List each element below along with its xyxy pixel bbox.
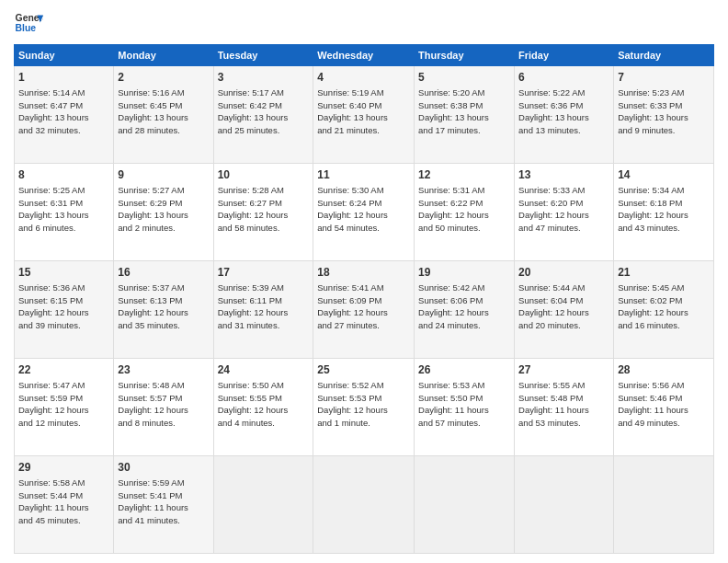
header-row: SundayMondayTuesdayWednesdayThursdayFrid… <box>15 45 714 66</box>
svg-text:Blue: Blue <box>16 23 37 33</box>
day-number: 23 <box>118 362 209 378</box>
day-number: 6 <box>518 70 609 86</box>
day-number: 8 <box>18 167 109 183</box>
calendar-cell: 14Sunrise: 5:34 AM Sunset: 6:18 PM Dayli… <box>614 164 714 261</box>
calendar-cell <box>213 456 313 554</box>
logo-icon: General Blue <box>14 9 43 39</box>
day-info: Sunrise: 5:25 AM Sunset: 6:31 PM Dayligh… <box>18 184 109 235</box>
calendar-cell: 7Sunrise: 5:23 AM Sunset: 6:33 PM Daylig… <box>614 66 714 164</box>
calendar-cell: 24Sunrise: 5:50 AM Sunset: 5:55 PM Dayli… <box>213 359 313 456</box>
logo: General Blue <box>14 9 43 39</box>
calendar-week-4: 22Sunrise: 5:47 AM Sunset: 5:59 PM Dayli… <box>15 359 714 456</box>
calendar-cell: 5Sunrise: 5:20 AM Sunset: 6:38 PM Daylig… <box>415 66 515 164</box>
day-number: 19 <box>418 265 510 281</box>
day-info: Sunrise: 5:39 AM Sunset: 6:11 PM Dayligh… <box>218 282 310 332</box>
day-info: Sunrise: 5:52 AM Sunset: 5:53 PM Dayligh… <box>317 379 410 430</box>
calendar-cell <box>313 456 415 554</box>
calendar-cell: 25Sunrise: 5:52 AM Sunset: 5:53 PM Dayli… <box>313 359 415 456</box>
day-info: Sunrise: 5:28 AM Sunset: 6:27 PM Dayligh… <box>218 184 310 235</box>
day-number: 1 <box>18 70 109 86</box>
calendar-cell: 28Sunrise: 5:56 AM Sunset: 5:46 PM Dayli… <box>614 359 714 456</box>
calendar-cell: 13Sunrise: 5:33 AM Sunset: 6:20 PM Dayli… <box>515 164 614 261</box>
calendar-week-5: 29Sunrise: 5:58 AM Sunset: 5:44 PM Dayli… <box>15 456 714 554</box>
calendar-cell: 27Sunrise: 5:55 AM Sunset: 5:48 PM Dayli… <box>515 359 614 456</box>
day-info: Sunrise: 5:53 AM Sunset: 5:50 PM Dayligh… <box>418 379 510 430</box>
calendar-cell: 21Sunrise: 5:45 AM Sunset: 6:02 PM Dayli… <box>614 261 714 359</box>
day-header-monday: Monday <box>114 45 213 66</box>
day-info: Sunrise: 5:33 AM Sunset: 6:20 PM Dayligh… <box>518 184 609 235</box>
day-info: Sunrise: 5:48 AM Sunset: 5:57 PM Dayligh… <box>118 379 209 430</box>
day-number: 2 <box>118 70 209 86</box>
calendar-cell: 8Sunrise: 5:25 AM Sunset: 6:31 PM Daylig… <box>15 164 114 261</box>
calendar-cell: 26Sunrise: 5:53 AM Sunset: 5:50 PM Dayli… <box>415 359 515 456</box>
calendar-cell <box>614 456 714 554</box>
calendar-cell: 4Sunrise: 5:19 AM Sunset: 6:40 PM Daylig… <box>313 66 415 164</box>
day-number: 12 <box>418 167 510 183</box>
header: General Blue <box>14 9 714 39</box>
day-number: 26 <box>418 362 510 378</box>
day-header-friday: Friday <box>515 45 614 66</box>
day-number: 25 <box>317 362 410 378</box>
day-header-tuesday: Tuesday <box>213 45 313 66</box>
day-info: Sunrise: 5:16 AM Sunset: 6:45 PM Dayligh… <box>118 86 209 137</box>
calendar-week-2: 8Sunrise: 5:25 AM Sunset: 6:31 PM Daylig… <box>15 164 714 261</box>
day-number: 3 <box>218 70 310 86</box>
day-info: Sunrise: 5:36 AM Sunset: 6:15 PM Dayligh… <box>18 282 109 332</box>
day-info: Sunrise: 5:31 AM Sunset: 6:22 PM Dayligh… <box>418 184 510 235</box>
day-number: 14 <box>618 167 710 183</box>
calendar-cell: 17Sunrise: 5:39 AM Sunset: 6:11 PM Dayli… <box>213 261 313 359</box>
day-number: 22 <box>18 362 109 378</box>
day-number: 24 <box>218 362 310 378</box>
day-header-sunday: Sunday <box>15 45 114 66</box>
day-number: 5 <box>418 70 510 86</box>
day-number: 11 <box>317 167 410 183</box>
calendar-cell: 20Sunrise: 5:44 AM Sunset: 6:04 PM Dayli… <box>515 261 614 359</box>
day-number: 9 <box>118 167 209 183</box>
day-info: Sunrise: 5:14 AM Sunset: 6:47 PM Dayligh… <box>18 86 109 137</box>
day-number: 7 <box>618 70 710 86</box>
day-info: Sunrise: 5:42 AM Sunset: 6:06 PM Dayligh… <box>418 282 510 332</box>
day-number: 15 <box>18 265 109 281</box>
day-number: 17 <box>218 265 310 281</box>
day-number: 27 <box>518 362 609 378</box>
day-info: Sunrise: 5:59 AM Sunset: 5:41 PM Dayligh… <box>118 477 209 527</box>
calendar-cell: 22Sunrise: 5:47 AM Sunset: 5:59 PM Dayli… <box>15 359 114 456</box>
calendar-cell: 29Sunrise: 5:58 AM Sunset: 5:44 PM Dayli… <box>15 456 114 554</box>
calendar-cell <box>415 456 515 554</box>
calendar-cell: 6Sunrise: 5:22 AM Sunset: 6:36 PM Daylig… <box>515 66 614 164</box>
calendar-cell: 11Sunrise: 5:30 AM Sunset: 6:24 PM Dayli… <box>313 164 415 261</box>
day-number: 13 <box>518 167 609 183</box>
day-number: 30 <box>118 460 209 476</box>
day-info: Sunrise: 5:23 AM Sunset: 6:33 PM Dayligh… <box>618 86 710 137</box>
calendar-cell: 2Sunrise: 5:16 AM Sunset: 6:45 PM Daylig… <box>114 66 213 164</box>
calendar-cell: 23Sunrise: 5:48 AM Sunset: 5:57 PM Dayli… <box>114 359 213 456</box>
day-number: 29 <box>18 460 109 476</box>
day-info: Sunrise: 5:41 AM Sunset: 6:09 PM Dayligh… <box>317 282 410 332</box>
day-info: Sunrise: 5:47 AM Sunset: 5:59 PM Dayligh… <box>18 379 109 430</box>
day-header-thursday: Thursday <box>415 45 515 66</box>
day-number: 18 <box>317 265 410 281</box>
calendar-cell: 18Sunrise: 5:41 AM Sunset: 6:09 PM Dayli… <box>313 261 415 359</box>
day-number: 28 <box>618 362 710 378</box>
day-header-saturday: Saturday <box>614 45 714 66</box>
day-info: Sunrise: 5:45 AM Sunset: 6:02 PM Dayligh… <box>618 282 710 332</box>
day-info: Sunrise: 5:37 AM Sunset: 6:13 PM Dayligh… <box>118 282 209 332</box>
day-info: Sunrise: 5:58 AM Sunset: 5:44 PM Dayligh… <box>18 477 109 527</box>
day-number: 20 <box>518 265 609 281</box>
day-number: 10 <box>218 167 310 183</box>
calendar-cell: 9Sunrise: 5:27 AM Sunset: 6:29 PM Daylig… <box>114 164 213 261</box>
calendar-cell: 16Sunrise: 5:37 AM Sunset: 6:13 PM Dayli… <box>114 261 213 359</box>
day-info: Sunrise: 5:30 AM Sunset: 6:24 PM Dayligh… <box>317 184 410 235</box>
page: General Blue SundayMondayTuesdayWednesda… <box>0 0 728 563</box>
calendar-week-1: 1Sunrise: 5:14 AM Sunset: 6:47 PM Daylig… <box>15 66 714 164</box>
calendar-cell: 30Sunrise: 5:59 AM Sunset: 5:41 PM Dayli… <box>114 456 213 554</box>
calendar-cell: 3Sunrise: 5:17 AM Sunset: 6:42 PM Daylig… <box>213 66 313 164</box>
day-info: Sunrise: 5:17 AM Sunset: 6:42 PM Dayligh… <box>218 86 310 137</box>
calendar-week-3: 15Sunrise: 5:36 AM Sunset: 6:15 PM Dayli… <box>15 261 714 359</box>
calendar-cell: 15Sunrise: 5:36 AM Sunset: 6:15 PM Dayli… <box>15 261 114 359</box>
day-info: Sunrise: 5:56 AM Sunset: 5:46 PM Dayligh… <box>618 379 710 430</box>
day-info: Sunrise: 5:19 AM Sunset: 6:40 PM Dayligh… <box>317 86 410 137</box>
calendar-cell: 19Sunrise: 5:42 AM Sunset: 6:06 PM Dayli… <box>415 261 515 359</box>
day-info: Sunrise: 5:22 AM Sunset: 6:36 PM Dayligh… <box>518 86 609 137</box>
day-info: Sunrise: 5:27 AM Sunset: 6:29 PM Dayligh… <box>118 184 209 235</box>
